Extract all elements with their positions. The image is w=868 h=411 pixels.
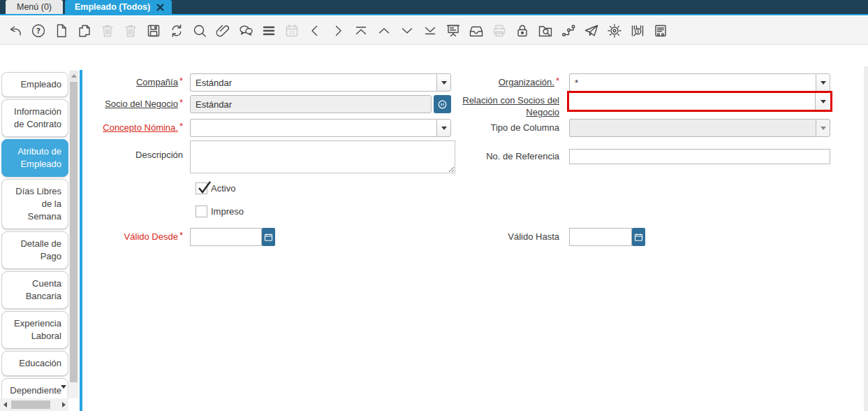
tipo-columna-value <box>569 119 816 137</box>
valido-desde-group <box>190 228 275 246</box>
svg-text:31: 31 <box>289 30 295 36</box>
relacion-socios-dropdown-button[interactable] <box>816 93 830 110</box>
tabs-overflow-down-icon[interactable] <box>61 385 66 389</box>
first-record-icon[interactable] <box>353 22 369 39</box>
calendar-icon <box>633 232 644 243</box>
report-icon[interactable] <box>445 22 462 39</box>
svg-text:?: ? <box>36 27 41 36</box>
sidebar-tab-detalle-de-pago[interactable]: Detalle de Pago <box>1 231 68 269</box>
process-icon[interactable] <box>606 22 623 39</box>
sidebar-tab-label: Cuenta Bancaria <box>26 278 61 301</box>
concepto-nomina-value[interactable] <box>190 119 436 137</box>
refresh-icon[interactable] <box>168 22 185 39</box>
activo-checkrow: Activo <box>196 182 235 194</box>
parent-record-icon[interactable] <box>307 22 323 39</box>
activo-label: Activo <box>211 182 235 194</box>
previous-record-icon[interactable] <box>376 22 392 39</box>
sidebar-tab-experiencia-laboral[interactable]: Experiencia Laboral <box>1 311 68 349</box>
valido-desde-input[interactable] <box>190 228 262 246</box>
tab-empleado-todos[interactable]: Empleado (Todos) <box>65 0 172 14</box>
tab-label: Empleado (Todos) <box>75 2 150 12</box>
sidebar-tab-educacion[interactable]: Educación <box>1 351 68 376</box>
organizacion-dropdown-button[interactable] <box>816 73 830 92</box>
valido-desde-label: Válido Desde* <box>82 228 183 246</box>
impreso-checkbox[interactable] <box>196 206 207 217</box>
save-icon[interactable] <box>145 22 162 39</box>
toolbar: ?31 <box>0 17 868 45</box>
organizacion-label: Organización.* <box>444 73 559 92</box>
detail-record-icon[interactable] <box>330 22 346 39</box>
valido-desde-calendar-button[interactable] <box>262 228 275 246</box>
sidebar-tab-cuenta-bancaria[interactable]: Cuenta Bancaria <box>1 271 68 309</box>
tab-close-icon[interactable] <box>155 2 165 13</box>
sidebar-horizontal-scrollbar[interactable] <box>0 398 68 411</box>
scroll-up-icon[interactable] <box>69 71 78 81</box>
relacion-socios-value[interactable] <box>569 93 816 110</box>
sidebar-tab-label: Empleado <box>20 79 61 89</box>
product-info-icon[interactable] <box>629 22 646 39</box>
sidebar-tab-atributo-de-empleado[interactable]: Atributo de Empleado <box>1 139 68 177</box>
relacion-socios-combobox[interactable] <box>567 91 832 112</box>
scroll-left-icon[interactable] <box>0 398 10 411</box>
tab-menu[interactable]: Menú (0) <box>6 0 63 14</box>
valido-hasta-label: Válido Hasta <box>444 228 559 246</box>
workflow-icon[interactable] <box>560 22 577 39</box>
valido-hasta-calendar-button[interactable] <box>632 228 645 246</box>
sidebar-scrollbar-thumb[interactable] <box>70 82 78 382</box>
find-icon[interactable] <box>191 22 208 39</box>
sidebar-tab-label: Atributo de Empleado <box>17 146 61 169</box>
undo-icon[interactable] <box>7 22 24 39</box>
compania-value[interactable]: Estándar <box>190 73 436 92</box>
sidebar-tab-label: Detalle de Pago <box>20 238 61 261</box>
socio-negocio-field[interactable]: Estándar <box>190 95 432 113</box>
valido-hasta-input[interactable] <box>569 228 632 246</box>
required-marker: * <box>556 75 559 86</box>
required-marker: * <box>179 97 183 108</box>
sidebar-hscrollbar-thumb[interactable] <box>11 401 50 409</box>
sidebar-tab-dependiente[interactable]: Dependiente <box>1 378 68 398</box>
sidebar-tabs: EmpleadoInformación de ContratoAtributo … <box>1 72 68 398</box>
delete-selection-icon <box>122 22 139 39</box>
organizacion-combobox[interactable]: * <box>569 73 830 92</box>
tipo-columna-combobox <box>569 119 830 137</box>
scroll-right-icon[interactable] <box>59 398 68 411</box>
help-icon[interactable]: ? <box>30 22 47 39</box>
next-record-icon[interactable] <box>399 22 415 39</box>
impreso-label: Impreso <box>211 206 244 217</box>
chat-icon[interactable] <box>237 22 254 39</box>
copy-record-icon[interactable] <box>76 22 93 39</box>
new-record-icon[interactable] <box>53 22 70 39</box>
concepto-nomina-combobox[interactable] <box>190 119 451 137</box>
grid-toggle-icon[interactable] <box>260 22 277 39</box>
relacion-socios-label: Relación con Socios del Negocio <box>444 94 559 118</box>
window-tab-bar: Menú (0)Empleado (Todos) <box>0 0 868 15</box>
record-info-icon[interactable] <box>537 22 554 39</box>
tab-label: Menú (0) <box>17 2 52 12</box>
chevron-down-icon <box>821 127 826 130</box>
content-vertical-scrollbar[interactable] <box>864 66 868 411</box>
sidebar-tab-label: Días Libres de la Semana <box>15 186 61 222</box>
requests-icon[interactable] <box>583 22 600 39</box>
sidebar-tab-label: Dependiente <box>10 385 61 396</box>
attachment-icon[interactable] <box>214 22 231 39</box>
sidebar-vertical-scrollbar[interactable] <box>69 71 78 398</box>
compania-label: Compañía* <box>82 73 183 92</box>
print-icon <box>491 22 508 39</box>
sidebar-tab-informacion-de-contrato[interactable]: Información de Contrato <box>1 99 68 137</box>
compania-combobox[interactable]: Estándar <box>190 73 451 92</box>
descripcion-textarea[interactable] <box>190 140 455 173</box>
last-record-icon[interactable] <box>422 22 439 39</box>
lock-icon[interactable] <box>514 22 531 39</box>
impreso-checkrow: Impreso <box>196 206 244 217</box>
archive-icon[interactable] <box>468 22 485 39</box>
required-marker: * <box>179 75 183 86</box>
sidebar-tab-dias-libres-de-la-semana[interactable]: Días Libres de la Semana <box>1 179 68 229</box>
sidebar-tab-empleado[interactable]: Empleado <box>1 72 68 97</box>
activo-checkbox[interactable] <box>196 182 207 194</box>
sidebar-tab-label: Información de Contrato <box>14 106 61 129</box>
no-referencia-input[interactable] <box>569 149 830 164</box>
quick-form-icon[interactable] <box>652 22 669 39</box>
organizacion-value[interactable]: * <box>569 73 816 92</box>
chevron-down-icon <box>821 100 826 103</box>
concepto-nomina-label: Concepto Nómina.* <box>82 119 183 137</box>
